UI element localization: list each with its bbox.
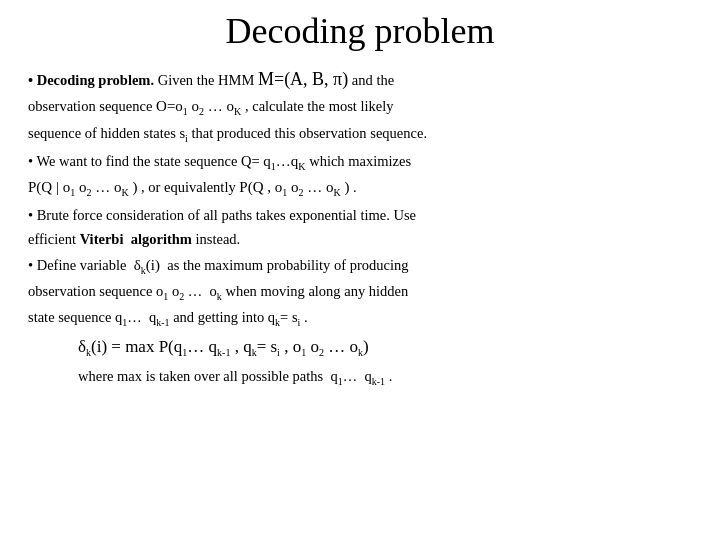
bullet-1-label: • Decoding problem. Given the HMM bbox=[28, 72, 258, 88]
formula-q-seq: q1…qK bbox=[263, 153, 305, 169]
paragraph-3b: efficient Viterbi algorithm instead. bbox=[28, 228, 692, 250]
paragraph-1: • Decoding problem. Given the HMM M=(A, … bbox=[28, 66, 692, 93]
formula-obs-seq: O=o1 o2 … oK bbox=[156, 98, 241, 114]
formula-delta: δk(i) bbox=[134, 257, 160, 273]
formula-p-joint: P(Q , o1 o2 … oK ) bbox=[239, 179, 349, 195]
paragraph-4b: observation sequence o1 o2 … ok when mov… bbox=[28, 280, 692, 304]
formula-where: where max is taken over all possible pat… bbox=[78, 365, 692, 389]
viterbi-label: Viterbi algorithm bbox=[80, 231, 192, 247]
bullet-1-text: and the bbox=[348, 72, 394, 88]
paragraph-2: • We want to find the state sequence Q= … bbox=[28, 150, 692, 174]
formula-hmm: M=(A, B, π) bbox=[258, 69, 348, 89]
content-area: • Decoding problem. Given the HMM M=(A, … bbox=[28, 66, 692, 389]
formula-p-cond: P(Q | o1 o2 … oK ) bbox=[28, 179, 137, 195]
paragraph-1b: observation sequence O=o1 o2 … oK , calc… bbox=[28, 95, 692, 119]
paragraph-4c: state sequence q1… qk-1 and getting into… bbox=[28, 306, 692, 330]
page-title: Decoding problem bbox=[28, 10, 692, 52]
paragraph-2b: P(Q | o1 o2 … oK ) , or equivalently P(Q… bbox=[28, 176, 692, 200]
paragraph-1c: sequence of hidden states si that produc… bbox=[28, 122, 692, 146]
page: Decoding problem • Decoding problem. Giv… bbox=[0, 0, 720, 540]
paragraph-3: • Brute force consideration of all paths… bbox=[28, 204, 692, 226]
main-formula: δk(i) = max P(q1… qk-1 , qk= si , o1 o2 … bbox=[78, 334, 692, 361]
paragraph-4: • Define variable δk(i) as the maximum p… bbox=[28, 254, 692, 278]
